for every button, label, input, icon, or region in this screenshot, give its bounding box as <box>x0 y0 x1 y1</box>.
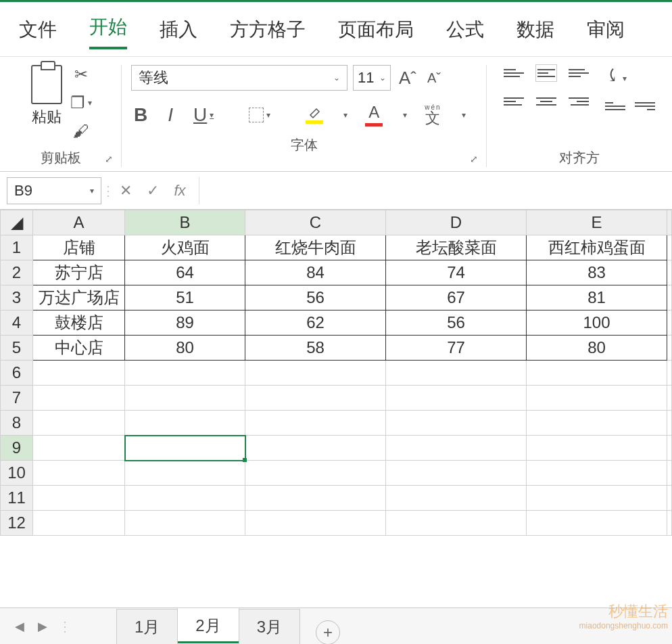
cell-E6[interactable] <box>527 361 667 386</box>
tab-data[interactable]: 数据 <box>517 17 554 49</box>
col-header-C[interactable]: C <box>245 210 386 235</box>
cell-C8[interactable] <box>245 411 386 436</box>
col-header-empty[interactable] <box>667 210 672 235</box>
align-right-icon[interactable] <box>569 93 589 110</box>
cell-D9[interactable] <box>386 436 527 461</box>
cell-C4[interactable]: 62 <box>245 310 386 336</box>
name-box[interactable]: B9 ▾ <box>7 177 101 204</box>
cell-5[interactable] <box>667 336 672 361</box>
tab-file[interactable]: 文件 <box>19 17 57 49</box>
cell-B8[interactable] <box>125 411 245 436</box>
cell-E4[interactable]: 100 <box>527 310 667 336</box>
format-painter-icon[interactable]: 🖌 <box>72 122 91 141</box>
cell-A10[interactable] <box>33 461 125 486</box>
col-header-A[interactable]: A <box>33 210 125 235</box>
cell-C12[interactable] <box>245 511 386 536</box>
sheet-nav-next-icon[interactable]: ▶ <box>31 619 54 634</box>
row-header-12[interactable]: 12 <box>1 511 33 536</box>
sheet-tab-1[interactable]: 1月 <box>116 609 178 644</box>
cell-D4[interactable]: 56 <box>386 310 527 336</box>
cell-8[interactable] <box>667 411 672 436</box>
col-header-B[interactable]: B <box>125 210 245 235</box>
increase-indent-icon[interactable] <box>635 98 655 114</box>
cell-11[interactable] <box>667 486 672 511</box>
cell-A3[interactable]: 万达广场店 <box>33 285 125 310</box>
cell-B1[interactable]: 火鸡面 <box>125 235 245 260</box>
cell-B11[interactable] <box>125 486 245 511</box>
cell-B12[interactable] <box>125 511 245 536</box>
chevron-down-icon[interactable]: ▾ <box>403 110 407 120</box>
sheet-nav-prev-icon[interactable]: ◀ <box>8 619 31 634</box>
tab-review[interactable]: 审阅 <box>587 17 625 49</box>
paste-icon[interactable] <box>31 65 62 104</box>
cell-7[interactable] <box>667 386 672 411</box>
cell-A4[interactable]: 鼓楼店 <box>33 310 125 336</box>
cell-E8[interactable] <box>527 411 667 436</box>
font-name-select[interactable]: 等线 ⌄ <box>131 65 347 91</box>
row-header-9[interactable]: 9 <box>1 436 33 461</box>
cell-E3[interactable]: 81 <box>527 285 667 310</box>
fx-icon[interactable]: fx <box>166 177 193 204</box>
chevron-down-icon[interactable]: ▾ <box>462 110 466 120</box>
align-top-icon[interactable] <box>504 65 524 81</box>
sheet-tab-3[interactable]: 3月 <box>239 609 300 644</box>
cell-C2[interactable]: 84 <box>245 260 386 285</box>
cell-D12[interactable] <box>386 511 527 536</box>
cell-10[interactable] <box>667 461 672 486</box>
cell-B6[interactable] <box>125 361 245 386</box>
cell-B2[interactable]: 64 <box>125 260 245 285</box>
cell-B5[interactable]: 80 <box>125 336 245 361</box>
font-color-button[interactable]: A <box>362 101 385 128</box>
accept-formula-icon[interactable]: ✓ <box>139 177 166 204</box>
decrease-indent-icon[interactable] <box>605 98 625 114</box>
row-header-10[interactable]: 10 <box>1 461 33 486</box>
cell-9[interactable] <box>667 436 672 461</box>
cell-D10[interactable] <box>386 461 527 486</box>
cell-B10[interactable] <box>125 461 245 486</box>
cell-A7[interactable] <box>33 386 125 411</box>
cell-E12[interactable] <box>527 511 667 536</box>
row-header-11[interactable]: 11 <box>1 486 33 511</box>
chevron-down-icon[interactable]: ▾ <box>343 110 347 120</box>
font-size-select[interactable]: 11 ⌄ <box>353 65 391 91</box>
align-middle-icon[interactable] <box>536 65 556 81</box>
cell-E10[interactable] <box>527 461 667 486</box>
add-sheet-button[interactable]: + <box>316 620 340 644</box>
align-center-icon[interactable] <box>536 93 556 110</box>
cell-C9[interactable] <box>245 436 386 461</box>
cell-B7[interactable] <box>125 386 245 411</box>
copy-icon[interactable]: ❐▾ <box>72 93 91 112</box>
row-header-6[interactable]: 6 <box>1 361 33 386</box>
tab-formula[interactable]: 公式 <box>446 17 484 49</box>
sheet-tab-2[interactable]: 2月 <box>177 607 239 644</box>
cell-1[interactable] <box>667 235 672 260</box>
underline-button[interactable]: U▾ <box>191 103 216 127</box>
row-header-4[interactable]: 4 <box>1 310 33 336</box>
clipboard-launcher-icon[interactable]: ⤢ <box>105 154 117 166</box>
cell-2[interactable] <box>667 260 672 285</box>
cancel-formula-icon[interactable]: ✕ <box>112 177 139 204</box>
cell-D7[interactable] <box>386 386 527 411</box>
cell-D6[interactable] <box>386 361 527 386</box>
cell-C7[interactable] <box>245 386 386 411</box>
cell-12[interactable] <box>667 511 672 536</box>
cell-C11[interactable] <box>245 486 386 511</box>
cell-A6[interactable] <box>33 361 125 386</box>
cell-D1[interactable]: 老坛酸菜面 <box>386 235 527 260</box>
cell-C5[interactable]: 58 <box>245 336 386 361</box>
borders-button[interactable]: ▾ <box>246 106 273 124</box>
tab-home[interactable]: 开始 <box>89 14 127 49</box>
increase-font-icon[interactable]: Aˆ <box>396 68 419 89</box>
cell-6[interactable] <box>667 361 672 386</box>
font-launcher-icon[interactable]: ⤢ <box>470 154 482 166</box>
cell-D8[interactable] <box>386 411 527 436</box>
italic-button[interactable]: I <box>165 103 176 127</box>
cut-icon[interactable]: ✂ <box>72 65 91 84</box>
cell-A8[interactable] <box>33 411 125 436</box>
cell-E1[interactable]: 西红柿鸡蛋面 <box>527 235 667 260</box>
cell-D11[interactable] <box>386 486 527 511</box>
cell-3[interactable] <box>667 285 672 310</box>
cell-C1[interactable]: 红烧牛肉面 <box>245 235 386 260</box>
cell-E9[interactable] <box>527 436 667 461</box>
cell-C3[interactable]: 56 <box>245 285 386 310</box>
